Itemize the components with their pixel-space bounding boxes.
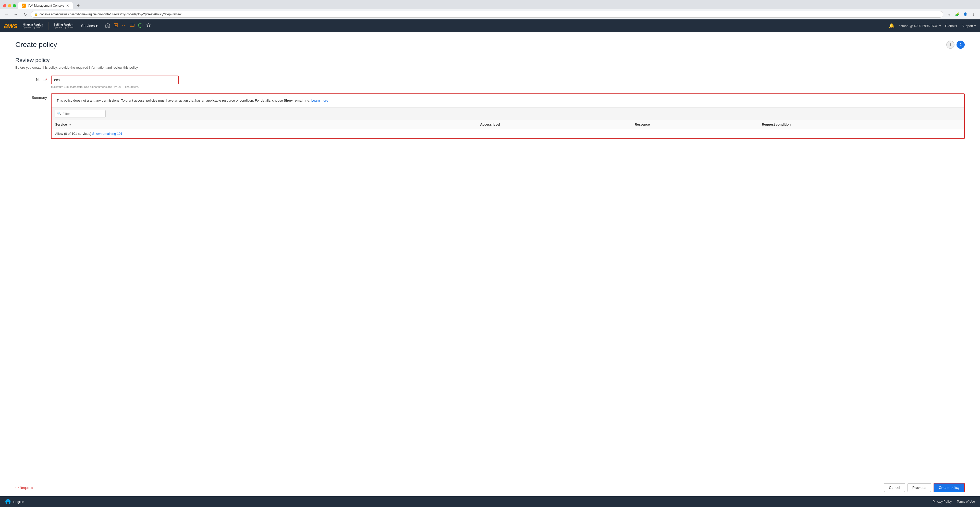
allow-count-label: Allow (0 of 101 services) — [55, 132, 91, 136]
step-1-indicator: 1 — [946, 41, 955, 49]
services-label: Services — [81, 24, 95, 28]
support-chevron-icon: ▾ — [974, 24, 976, 28]
tab-title: IAM Management Console — [28, 4, 64, 7]
account-chevron-icon: ▾ — [939, 24, 941, 28]
access-level-cell — [476, 129, 631, 138]
codedeploy-icon[interactable] — [113, 23, 118, 29]
footer-actions: Cancel Previous Create policy — [884, 483, 965, 492]
global-menu-button[interactable]: Global ▾ — [945, 24, 958, 28]
table-row: Allow (0 of 101 services) Show remaining… — [52, 129, 964, 138]
extensions-button[interactable]: 🧩 — [953, 11, 961, 18]
footer-links: Privacy Policy Terms of Use — [933, 500, 975, 504]
request-condition-label: Request condition — [762, 123, 791, 127]
summary-box: This policy does not grant any permissio… — [51, 93, 965, 139]
show-remaining-link[interactable]: Show remaining 101 — [92, 132, 123, 136]
support-menu-button[interactable]: Support ▾ — [961, 24, 976, 28]
traffic-lights — [3, 4, 16, 7]
learn-more-link[interactable]: Learn more — [311, 99, 328, 102]
resource-column-header: Resource — [631, 120, 758, 129]
step-2-indicator: 2 — [956, 41, 965, 49]
global-chevron-icon: ▾ — [956, 24, 957, 28]
back-button[interactable]: ← — [3, 11, 10, 18]
summary-table: Service ▼ Access level Resource Request … — [52, 120, 964, 139]
close-traffic-light[interactable] — [3, 4, 6, 7]
name-input-hint: Maximum 128 characters. Use alphanumeric… — [51, 85, 179, 88]
resource-groups-icon[interactable] — [105, 23, 110, 29]
svg-rect-4 — [130, 24, 134, 27]
create-policy-button[interactable]: Create policy — [934, 483, 965, 492]
page-header: Create policy 1 2 — [15, 41, 965, 49]
access-level-label: Access level — [480, 123, 500, 127]
resource-cell — [631, 129, 758, 138]
required-asterisk: * — [15, 486, 18, 489]
step-2-label: 2 — [959, 43, 962, 47]
required-label-text: * Required — [18, 486, 33, 489]
url-text: console.amazonaws.cn/iam/home?region=cn-… — [40, 13, 181, 16]
page-title: Create policy — [15, 41, 57, 49]
terms-of-use-link[interactable]: Terms of Use — [957, 500, 975, 504]
ningxia-region-name: Ningxia Region — [23, 23, 43, 26]
language-selector[interactable]: 🌐 English — [5, 499, 24, 504]
summary-table-body: Allow (0 of 101 services) Show remaining… — [52, 129, 964, 138]
section-desc: Before you create this policy, provide t… — [15, 65, 965, 69]
maximize-traffic-light[interactable] — [13, 4, 16, 7]
address-bar[interactable]: 🔒 console.amazonaws.cn/iam/home?region=c… — [30, 11, 943, 18]
account-label: pcman @ 4200-2996-0748 — [899, 24, 938, 28]
new-tab-button[interactable]: + — [75, 2, 82, 9]
previous-button[interactable]: Previous — [907, 483, 931, 492]
bookmark-button[interactable]: ☆ — [945, 11, 953, 18]
favorites-icon[interactable] — [146, 23, 151, 29]
main-content: Create policy 1 2 Review policy Before y… — [0, 32, 980, 479]
name-required-marker: * — [46, 78, 47, 82]
step-indicators: 1 2 — [946, 41, 965, 49]
name-input[interactable] — [51, 76, 179, 84]
privacy-policy-link[interactable]: Privacy Policy — [933, 500, 952, 504]
allow-services-cell: Allow (0 of 101 services) Show remaining… — [52, 129, 476, 138]
services-chevron-icon: ▾ — [96, 24, 97, 28]
filter-search-icon: 🔍 — [57, 112, 62, 116]
globe-icon: 🌐 — [5, 499, 11, 504]
tab-close-button[interactable]: ✕ — [66, 3, 69, 8]
browser-chrome: A IAM Management Console ✕ + — [0, 0, 980, 9]
cancel-button[interactable]: Cancel — [884, 483, 905, 492]
service-column-header[interactable]: Service ▼ — [52, 120, 476, 129]
support-label: Support — [961, 24, 973, 28]
beijing-region-name: Beijing Region — [54, 23, 73, 26]
svg-text:A: A — [22, 5, 24, 7]
aws-logo[interactable]: aws — [4, 22, 18, 30]
browser-tab[interactable]: A IAM Management Console ✕ — [18, 2, 73, 9]
header-right-section: 🔔 pcman @ 4200-2996-0748 ▾ Global ▾ Supp… — [889, 23, 976, 29]
lock-icon: 🔒 — [35, 13, 38, 16]
show-remaining-bold: Show remaining. — [284, 99, 310, 102]
global-label: Global — [945, 24, 955, 28]
svg-point-3 — [115, 24, 117, 26]
name-field-container: Maximum 128 characters. Use alphanumeric… — [51, 76, 179, 88]
menu-button[interactable]: ⋮ — [970, 11, 977, 18]
aws-header: aws Ningxia Region Operated by NWCD Beij… — [0, 19, 980, 32]
step-1-label: 1 — [950, 43, 951, 47]
required-note: * * Required — [15, 486, 33, 489]
aws-logo-mark: aws — [4, 22, 18, 30]
summary-label: Summary — [15, 93, 51, 100]
section-title: Review policy — [15, 57, 965, 64]
tab-favicon: A — [22, 3, 26, 8]
name-label: Name* — [15, 76, 51, 82]
forward-button[interactable]: → — [12, 11, 19, 18]
minimize-traffic-light[interactable] — [8, 4, 11, 7]
page-footer: * * Required Cancel Previous Create poli… — [0, 479, 980, 496]
ecs-icon[interactable] — [130, 23, 135, 29]
profile-button[interactable]: 👤 — [962, 11, 969, 18]
browser-toolbar: ← → ↻ 🔒 console.amazonaws.cn/iam/home?re… — [0, 9, 980, 19]
account-menu-button[interactable]: pcman @ 4200-2996-0748 ▾ — [899, 24, 941, 28]
notifications-button[interactable]: 🔔 — [889, 23, 894, 29]
services-menu-button[interactable]: Services ▾ — [79, 22, 100, 29]
cloudwatch-icon[interactable] — [121, 23, 127, 29]
ningxia-region-sub: Operated by NWCD — [23, 26, 43, 29]
reload-button[interactable]: ↻ — [21, 11, 29, 18]
filter-input-wrap: 🔍 — [55, 110, 106, 118]
summary-warning-message: This policy does not grant any permissio… — [52, 94, 964, 107]
filter-input[interactable] — [55, 110, 106, 118]
shield-icon[interactable] — [138, 23, 143, 29]
bottom-bar: 🌐 English Privacy Policy Terms of Use — [0, 496, 980, 507]
service-sort-icon: ▼ — [69, 123, 72, 126]
